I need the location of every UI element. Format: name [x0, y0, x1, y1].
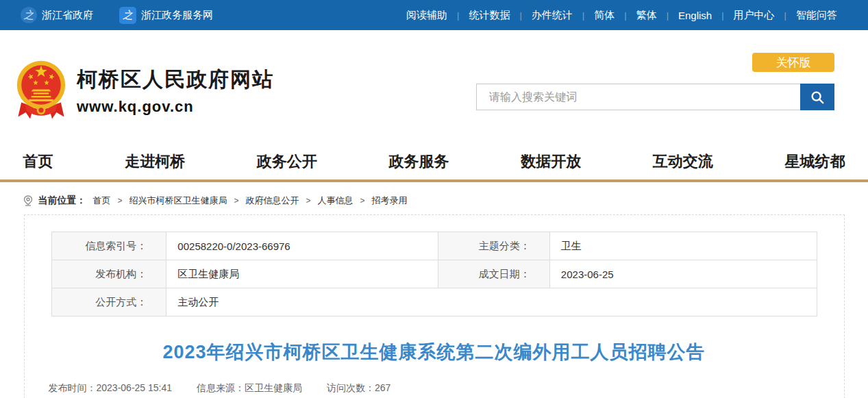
table-row: 信息索引号： 00258220-0/2023-66976 主题分类： 卫生	[51, 232, 817, 260]
link-case-stats[interactable]: 办件统计	[532, 9, 573, 22]
info-source-value: 区卫生健康局	[245, 382, 302, 393]
issue-date-label: 成文日期：	[438, 260, 549, 288]
nav-gov-disclosure[interactable]: 政务公开	[257, 151, 317, 172]
visit-count-label: 访问次数：	[327, 382, 375, 393]
breadcrumb-recruitment[interactable]: 招考录用	[372, 195, 408, 207]
info-index-label: 信息索引号：	[51, 232, 166, 260]
article-container: 信息索引号： 00258220-0/2023-66976 主题分类： 卫生 发布…	[24, 214, 845, 398]
topic-category-value: 卫生	[549, 232, 817, 260]
nav-textile-city[interactable]: 星城纺都	[784, 151, 845, 172]
zhejiang-service-icon: 之	[119, 7, 136, 24]
table-row: 公开方式： 主动公开	[51, 288, 817, 316]
main-navigation: 首页 走进柯桥 政务公开 政务服务 数据开放 互动交流 星城纺都	[0, 144, 868, 182]
zhejiang-gov-icon: 之	[21, 7, 37, 23]
site-brand[interactable]: 柯桥区人民政府网站 www.kq.gov.cn	[14, 59, 274, 122]
site-header: 柯桥区人民政府网站 www.kq.gov.cn 关怀版	[0, 30, 868, 144]
divider: |	[519, 10, 521, 21]
breadcrumb-separator: >	[306, 196, 311, 206]
visit-count-value: 267	[375, 382, 390, 393]
brand-text: 柯桥区人民政府网站 www.kq.gov.cn	[77, 66, 274, 116]
care-version-button[interactable]: 关怀版	[752, 53, 834, 72]
topbar-site-links: 之 浙江省政府 之 浙江政务服务网	[21, 7, 213, 24]
divider: |	[457, 10, 459, 21]
site-search	[476, 84, 834, 110]
zhejiang-gov-label: 浙江省政府	[42, 9, 93, 22]
link-zhejiang-gov[interactable]: 之 浙江省政府	[21, 7, 93, 23]
top-utility-bar: 之 浙江省政府 之 浙江政务服务网 阅读辅助 | 统计数据 | 办件统计 | 简…	[0, 0, 868, 30]
breadcrumb: 当前位置： 首页 > 绍兴市柯桥区卫生健康局 > 政府信息公开 > 人事信息 >…	[23, 195, 845, 207]
location-pin-icon	[23, 195, 33, 206]
breadcrumb-home[interactable]: 首页	[93, 195, 111, 207]
search-input[interactable]	[476, 84, 800, 110]
nav-interaction[interactable]: 互动交流	[653, 151, 713, 172]
link-traditional[interactable]: 繁体	[636, 9, 657, 22]
link-zhejiang-service[interactable]: 之 浙江政务服务网	[119, 7, 213, 24]
topic-category-label: 主题分类：	[438, 232, 549, 260]
link-english[interactable]: English	[678, 10, 712, 21]
site-url: www.kq.gov.cn	[77, 98, 274, 116]
nav-gov-services[interactable]: 政务服务	[388, 151, 449, 172]
disclosure-method-label: 公开方式：	[51, 288, 166, 316]
nav-about-keqiao[interactable]: 走进柯桥	[125, 151, 185, 172]
publish-time: 发布时间：2023-06-25 15:41	[49, 382, 173, 395]
article-meta: 发布时间：2023-06-25 15:41 信息来源：区卫生健康局 访问次数：2…	[49, 382, 844, 395]
breadcrumb-info-disclosure[interactable]: 政府信息公开	[246, 195, 299, 207]
info-index-value: 00258220-0/2023-66976	[166, 232, 438, 260]
topbar-utility-links: 阅读辅助 | 统计数据 | 办件统计 | 简体 | 繁体 | English |…	[406, 9, 837, 22]
link-user-center[interactable]: 用户中心	[734, 9, 775, 22]
divider: |	[721, 10, 723, 21]
site-title: 柯桥区人民政府网站	[77, 66, 274, 94]
publish-time-label: 发布时间：	[49, 382, 97, 393]
search-icon	[810, 90, 825, 105]
breadcrumb-personnel-info[interactable]: 人事信息	[318, 195, 354, 207]
issue-date-value: 2023-06-25	[549, 260, 817, 288]
national-emblem-icon	[14, 59, 69, 122]
document-info-table: 信息索引号： 00258220-0/2023-66976 主题分类： 卫生 发布…	[51, 232, 817, 316]
breadcrumb-separator: >	[360, 196, 365, 206]
divider: |	[667, 10, 669, 21]
table-row: 发布机构： 区卫生健康局 成文日期： 2023-06-25	[51, 260, 817, 288]
breadcrumb-separator: >	[234, 196, 239, 206]
divider: |	[624, 10, 626, 21]
link-statistics[interactable]: 统计数据	[469, 9, 510, 22]
publish-org-label: 发布机构：	[51, 260, 166, 288]
info-source: 信息来源：区卫生健康局	[197, 382, 302, 395]
divider: |	[784, 10, 786, 21]
search-button[interactable]	[800, 84, 834, 110]
publish-org-value: 区卫生健康局	[166, 260, 438, 288]
breadcrumb-health-bureau[interactable]: 绍兴市柯桥区卫生健康局	[129, 195, 227, 207]
nav-home[interactable]: 首页	[23, 151, 53, 172]
zhejiang-service-label: 浙江政务服务网	[141, 9, 213, 22]
article-title: 2023年绍兴市柯桥区卫生健康系统第二次编外用工人员招聘公告	[25, 340, 844, 364]
link-simplified[interactable]: 简体	[594, 9, 615, 22]
visit-count: 访问次数：267	[327, 382, 390, 395]
breadcrumb-label: 当前位置：	[38, 195, 86, 207]
info-source-label: 信息来源：	[197, 382, 245, 393]
publish-time-value: 2023-06-25 15:41	[97, 382, 173, 393]
link-smart-qa[interactable]: 智能问答	[796, 9, 837, 22]
nav-open-data[interactable]: 数据开放	[521, 151, 581, 172]
disclosure-method-value: 主动公开	[166, 288, 817, 316]
link-reading-aid[interactable]: 阅读辅助	[406, 9, 447, 22]
divider: |	[582, 10, 584, 21]
breadcrumb-separator: >	[118, 196, 123, 206]
